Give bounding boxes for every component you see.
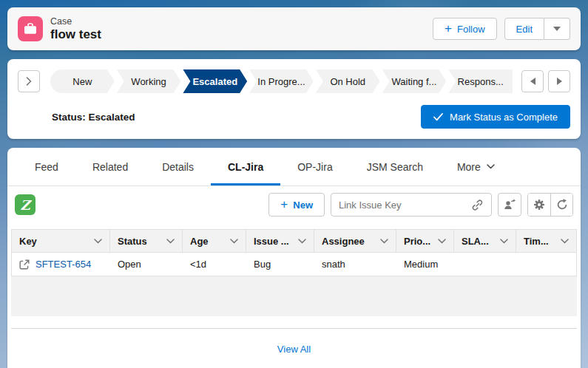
briefcase-icon (23, 21, 38, 36)
issue-key-link[interactable]: SFTEST-654 (36, 259, 91, 270)
cell-assignee: snath (314, 253, 396, 276)
column-header-sla[interactable]: SLA... (454, 230, 516, 252)
follow-button-label: Follow (457, 24, 485, 35)
tab-related[interactable]: Related (75, 148, 145, 185)
cell-sla (454, 253, 516, 276)
path-stages: New Working Escalated In Progre... On Ho… (50, 69, 513, 93)
link-issue-key-input[interactable] (339, 200, 467, 211)
record-tabs-panel: Feed Related Details CL-Jira OP-Jira JSM… (7, 148, 581, 368)
column-header-time[interactable]: Tim... (516, 230, 576, 252)
chevron-down-icon[interactable] (380, 239, 388, 244)
assign-user-button[interactable] (498, 193, 521, 217)
column-header-priority[interactable]: Prio... (396, 230, 454, 252)
mark-status-complete-button[interactable]: Mark Status as Complete (421, 105, 570, 129)
refresh-button[interactable] (550, 194, 572, 216)
chevron-down-icon (487, 164, 495, 169)
case-object-icon (18, 16, 43, 41)
edit-button-label: Edit (516, 24, 533, 35)
column-header-assignee[interactable]: Assignee (314, 230, 396, 252)
chevron-down-icon[interactable] (230, 239, 238, 244)
cell-priority: Medium (396, 253, 454, 276)
chevron-down-icon[interactable] (94, 239, 102, 244)
path-stage-escalated[interactable]: Escalated (183, 69, 247, 93)
path-stage-on-hold[interactable]: On Hold (316, 69, 380, 93)
issues-table: Key Status Age Issue ... Assignee Prio..… (11, 229, 577, 276)
plus-icon: + (280, 198, 288, 211)
link-issue-key-box (331, 193, 492, 217)
tab-more[interactable]: More (440, 148, 512, 185)
column-header-status[interactable]: Status (110, 230, 183, 252)
refresh-icon (556, 199, 568, 211)
gear-icon (533, 199, 545, 211)
chevron-down-icon[interactable] (166, 239, 175, 244)
zagile-connect-logo: Z (15, 194, 36, 215)
path-expand-button[interactable] (18, 70, 40, 92)
table-footer: View All (11, 328, 577, 355)
cell-status: Open (110, 253, 183, 276)
table-empty-area (11, 276, 577, 316)
tab-bar: Feed Related Details CL-Jira OP-Jira JSM… (7, 148, 581, 186)
path-assistant: New Working Escalated In Progre... On Ho… (7, 59, 581, 139)
cell-issue-type: Bug (246, 253, 314, 276)
status-text: Status: Escalated (52, 112, 135, 123)
path-stage-in-progress[interactable]: In Progre... (249, 69, 314, 93)
caret-down-icon (553, 27, 561, 31)
path-scroll-right-button[interactable] (548, 70, 570, 92)
table-header-row: Key Status Age Issue ... Assignee Prio..… (11, 229, 577, 253)
chevron-down-icon[interactable] (438, 239, 446, 244)
more-actions-dropdown-button[interactable] (544, 18, 570, 40)
cell-age: <1d (183, 253, 246, 276)
object-label: Case (50, 16, 101, 27)
path-scroll-left-button[interactable] (521, 70, 544, 92)
cell-time (516, 253, 576, 276)
external-link-icon[interactable] (19, 259, 30, 270)
triangle-left-icon (530, 78, 535, 85)
tab-cl-jira[interactable]: CL-Jira (211, 148, 280, 185)
checkmark-icon (433, 113, 443, 121)
path-stage-response[interactable]: Respons... (448, 69, 513, 93)
table-row: SFTEST-654 Open <1d Bug snath Medium (11, 253, 577, 276)
column-header-age[interactable]: Age (183, 230, 246, 252)
chevron-right-icon (26, 77, 32, 86)
column-header-issue-type[interactable]: Issue ... (246, 230, 314, 252)
plus-icon: + (445, 22, 452, 35)
user-arrow-icon (503, 199, 516, 211)
chevron-down-icon[interactable] (500, 239, 508, 244)
path-stage-waiting[interactable]: Waiting f... (382, 69, 447, 93)
chevron-down-icon[interactable] (561, 239, 569, 244)
triangle-right-icon (557, 78, 562, 85)
column-header-key[interactable]: Key (12, 230, 110, 252)
follow-button[interactable]: + Follow (433, 18, 497, 40)
tab-op-jira[interactable]: OP-Jira (280, 148, 349, 185)
tab-details[interactable]: Details (145, 148, 211, 185)
edit-button[interactable]: Edit (504, 18, 544, 40)
record-header: Case flow test + Follow Edit (7, 7, 581, 50)
view-all-link[interactable]: View All (277, 344, 311, 355)
page-title: flow test (50, 27, 101, 42)
path-stage-new[interactable]: New (50, 69, 115, 93)
mark-status-complete-label: Mark Status as Complete (450, 112, 558, 123)
tab-feed[interactable]: Feed (18, 148, 75, 185)
path-stage-working[interactable]: Working (117, 69, 181, 93)
cell-key: SFTEST-654 (12, 253, 110, 276)
tab-jsm-search[interactable]: JSM Search (350, 148, 440, 185)
new-issue-button[interactable]: + New (268, 193, 325, 217)
settings-refresh-group (527, 193, 573, 217)
settings-button[interactable] (528, 194, 550, 216)
jira-toolbar: Z + New (7, 186, 581, 223)
chevron-down-icon[interactable] (298, 239, 306, 244)
link-icon[interactable] (471, 199, 484, 211)
new-issue-label: New (293, 200, 313, 211)
